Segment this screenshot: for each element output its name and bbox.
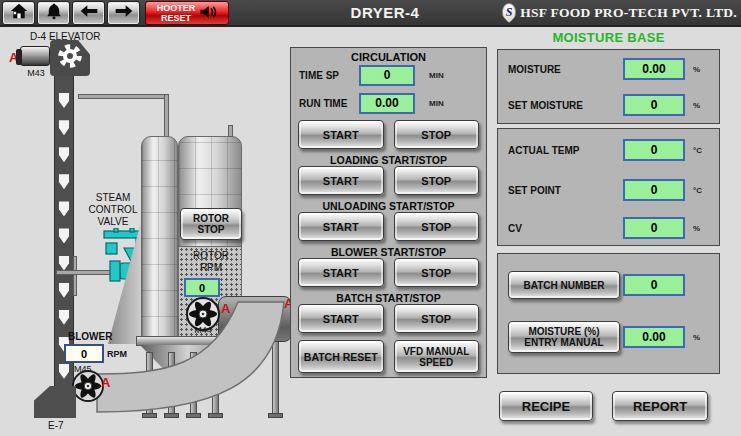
loading-stop-button[interactable]: STOP bbox=[394, 166, 480, 195]
company-name: HSF FOOD PRO-TECH PVT. LTD. bbox=[520, 5, 737, 21]
blower-duct bbox=[0, 0, 300, 436]
set-point-label: SET POINT bbox=[508, 185, 623, 196]
batch-stop-button[interactable]: STOP bbox=[394, 304, 480, 333]
blower-fan-icon bbox=[72, 370, 104, 406]
batch-box: BATCH NUMBER 0 MOISTURE (%) ENTRY MANUAL… bbox=[497, 253, 720, 374]
moisture-entry-unit: % bbox=[693, 333, 711, 342]
batch-section-title: BATCH START/STOP bbox=[291, 292, 486, 304]
batch-start-button[interactable]: START bbox=[298, 304, 384, 333]
blower-stop-button[interactable]: STOP bbox=[394, 258, 480, 287]
report-button[interactable]: REPORT bbox=[612, 391, 708, 421]
batch-number-row: BATCH NUMBER 0 bbox=[508, 270, 711, 300]
run-time-unit: MIN bbox=[429, 99, 444, 108]
moisture-value: 0.00 bbox=[623, 58, 685, 80]
set-moisture-label: SET MOISTURE bbox=[508, 100, 623, 111]
alarm-indicator-m45: A bbox=[101, 375, 110, 390]
blower-rpm-unit: RPM bbox=[107, 349, 127, 359]
circulation-title: CIRCULATION bbox=[291, 51, 486, 63]
company-brand: S HSF FOOD PRO-TECH PVT. LTD. bbox=[502, 3, 737, 23]
moisture-entry-value[interactable]: 0.00 bbox=[623, 326, 685, 348]
moisture-entry-manual-button[interactable]: MOISTURE (%) ENTRY MANUAL bbox=[508, 321, 620, 353]
cv-row: CV 0 % bbox=[508, 217, 711, 239]
circulation-panel: CIRCULATION TIME SP 0 MIN RUN TIME 0.00 … bbox=[290, 47, 487, 378]
moisture-unit: % bbox=[693, 65, 711, 74]
set-point-value[interactable]: 0 bbox=[623, 179, 685, 201]
time-sp-unit: MIN bbox=[429, 71, 444, 80]
rotor-stop-button[interactable]: ROTOR STOP bbox=[180, 208, 242, 240]
moisture-base-title: MOISTURE BASE bbox=[497, 30, 720, 45]
moisture-row: MOISTURE 0.00 % bbox=[508, 58, 711, 80]
moisture-box: MOISTURE 0.00 % SET MOISTURE 0 % bbox=[497, 49, 720, 124]
set-moisture-row: SET MOISTURE 0 % bbox=[508, 94, 711, 116]
unloading-section-title: UNLOADING START/STOP bbox=[291, 200, 486, 212]
cv-label: CV bbox=[508, 223, 623, 234]
batch-number-value[interactable]: 0 bbox=[623, 274, 685, 296]
circulation-stop-button[interactable]: STOP bbox=[394, 120, 480, 149]
motor-m44-label: M44 bbox=[188, 325, 218, 335]
recipe-button[interactable]: RECIPE bbox=[499, 391, 593, 421]
temperature-box: ACTUAL TEMP 0 °C SET POINT 0 °C CV 0 % bbox=[497, 128, 720, 246]
set-moisture-value[interactable]: 0 bbox=[623, 94, 685, 116]
batch-reset-button[interactable]: BATCH RESET bbox=[298, 340, 384, 373]
moisture-entry-row: MOISTURE (%) ENTRY MANUAL 0.00 % bbox=[508, 320, 711, 354]
cv-value: 0 bbox=[623, 217, 685, 239]
blower-start-button[interactable]: START bbox=[298, 258, 384, 287]
alarm-indicator-m44: A bbox=[221, 301, 230, 316]
page-title: DRYER-4 bbox=[330, 4, 440, 21]
company-logo-icon: S bbox=[502, 3, 516, 23]
run-time-value: 0.00 bbox=[359, 93, 415, 114]
actual-temp-row: ACTUAL TEMP 0 °C bbox=[508, 139, 711, 161]
actual-temp-value: 0 bbox=[623, 139, 685, 161]
loading-start-button[interactable]: START bbox=[298, 166, 384, 195]
time-sp-row: TIME SP 0 MIN bbox=[299, 64, 482, 86]
set-moisture-unit: % bbox=[693, 101, 711, 110]
rotor-rpm-label: ROTOR RPM bbox=[178, 250, 244, 274]
elevator-bottom-label: E-7 bbox=[48, 420, 64, 431]
set-point-row: SET POINT 0 °C bbox=[508, 179, 711, 201]
blower-section-title: BLOWER START/STOP bbox=[291, 246, 486, 258]
circulation-start-button[interactable]: START bbox=[298, 120, 384, 149]
run-time-row: RUN TIME 0.00 MIN bbox=[299, 92, 482, 114]
blower-rpm-value: 0 bbox=[64, 344, 104, 363]
vfd-manual-speed-button[interactable]: VFD MANUAL SPEED bbox=[394, 340, 480, 373]
rotor-rpm-value: 0 bbox=[184, 278, 220, 297]
time-sp-label: TIME SP bbox=[299, 70, 359, 81]
blower-label: BLOWER bbox=[68, 331, 112, 342]
actual-temp-label: ACTUAL TEMP bbox=[508, 145, 623, 156]
cv-unit: % bbox=[693, 224, 711, 233]
batch-number-button[interactable]: BATCH NUMBER bbox=[508, 271, 620, 299]
unloading-stop-button[interactable]: STOP bbox=[394, 212, 480, 241]
actual-temp-unit: °C bbox=[693, 146, 711, 155]
moisture-label: MOISTURE bbox=[508, 64, 623, 75]
time-sp-value[interactable]: 0 bbox=[359, 65, 415, 86]
set-point-unit: °C bbox=[693, 186, 711, 195]
unloading-start-button[interactable]: START bbox=[298, 212, 384, 241]
loading-section-title: LOADING START/STOP bbox=[291, 154, 486, 166]
run-time-label: RUN TIME bbox=[299, 98, 359, 109]
